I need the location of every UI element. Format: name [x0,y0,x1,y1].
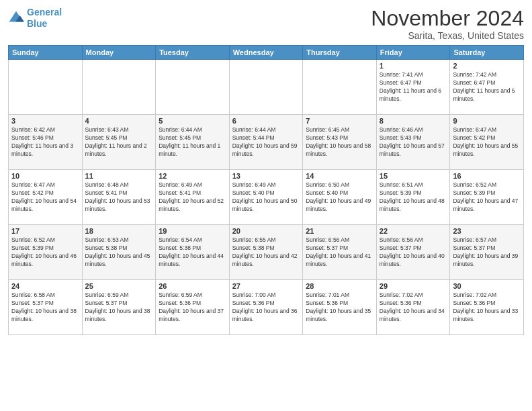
calendar-cell: 7Sunrise: 6:45 AMSunset: 5:43 PMDaylight… [303,115,377,170]
logo-line2: Blue [27,18,47,29]
day-info: Sunrise: 6:48 AMSunset: 5:41 PMDaylight:… [85,181,153,214]
day-number: 14 [306,172,373,180]
calendar-cell: 22Sunrise: 6:56 AMSunset: 5:37 PMDayligh… [376,225,450,280]
day-info: Sunrise: 6:59 AMSunset: 5:36 PMDaylight:… [159,291,226,324]
day-number: 1 [380,62,447,70]
logo-text: General Blue [27,7,62,30]
day-info: Sunrise: 6:49 AMSunset: 5:41 PMDaylight:… [159,181,226,214]
calendar-cell: 1Sunrise: 7:41 AMSunset: 6:47 PMDaylight… [376,60,450,115]
day-info: Sunrise: 7:02 AMSunset: 5:36 PMDaylight:… [380,291,447,324]
calendar-cell: 10Sunrise: 6:47 AMSunset: 5:42 PMDayligh… [9,170,83,225]
day-number: 28 [306,282,373,290]
day-info: Sunrise: 7:02 AMSunset: 5:36 PMDaylight:… [453,291,521,324]
day-number: 13 [232,172,300,180]
day-info: Sunrise: 6:42 AMSunset: 5:46 PMDaylight:… [11,126,79,158]
calendar-cell: 15Sunrise: 6:51 AMSunset: 5:39 PMDayligh… [376,170,450,225]
day-number: 22 [380,227,447,235]
day-number: 7 [306,117,373,125]
calendar-cell [229,60,303,115]
calendar-cell [82,60,156,115]
day-info: Sunrise: 6:47 AMSunset: 5:42 PMDaylight:… [453,126,521,158]
title-section: November 2024 Sarita, Texas, United Stat… [371,7,524,41]
day-number: 18 [85,227,153,235]
calendar-cell: 24Sunrise: 6:58 AMSunset: 5:37 PMDayligh… [9,280,83,335]
day-number: 4 [85,117,153,125]
calendar-week-0: 1Sunrise: 7:41 AMSunset: 6:47 PMDaylight… [9,60,524,115]
day-number: 23 [453,227,521,235]
day-info: Sunrise: 6:45 AMSunset: 5:43 PMDaylight:… [306,126,373,158]
calendar-cell: 12Sunrise: 6:49 AMSunset: 5:41 PMDayligh… [156,170,230,225]
day-number: 24 [11,282,79,290]
calendar-cell: 3Sunrise: 6:42 AMSunset: 5:46 PMDaylight… [9,115,83,170]
calendar-cell: 21Sunrise: 6:56 AMSunset: 5:37 PMDayligh… [303,225,377,280]
day-info: Sunrise: 6:57 AMSunset: 5:37 PMDaylight:… [453,236,521,269]
calendar-cell: 27Sunrise: 7:00 AMSunset: 5:36 PMDayligh… [229,280,303,335]
day-info: Sunrise: 6:52 AMSunset: 5:39 PMDaylight:… [11,236,79,269]
day-info: Sunrise: 6:49 AMSunset: 5:40 PMDaylight:… [232,181,300,214]
day-info: Sunrise: 6:58 AMSunset: 5:37 PMDaylight:… [11,291,79,324]
day-number: 30 [453,282,521,290]
day-number: 11 [85,172,153,180]
day-info: Sunrise: 6:59 AMSunset: 5:37 PMDaylight:… [85,291,153,324]
day-number: 10 [11,172,79,180]
calendar-cell: 26Sunrise: 6:59 AMSunset: 5:36 PMDayligh… [156,280,230,335]
calendar-cell: 5Sunrise: 6:44 AMSunset: 5:45 PMDaylight… [156,115,230,170]
month-title: November 2024 [371,7,524,30]
day-info: Sunrise: 6:56 AMSunset: 5:37 PMDaylight:… [380,236,447,269]
calendar-cell: 18Sunrise: 6:53 AMSunset: 5:38 PMDayligh… [82,225,156,280]
calendar-cell: 4Sunrise: 6:43 AMSunset: 5:45 PMDaylight… [82,115,156,170]
calendar-cell: 23Sunrise: 6:57 AMSunset: 5:37 PMDayligh… [450,225,524,280]
day-number: 12 [159,172,226,180]
day-number: 6 [232,117,300,125]
calendar-cell: 13Sunrise: 6:49 AMSunset: 5:40 PMDayligh… [229,170,303,225]
calendar-week-2: 10Sunrise: 6:47 AMSunset: 5:42 PMDayligh… [9,170,524,225]
logo-line1: General [27,7,62,17]
calendar-cell: 17Sunrise: 6:52 AMSunset: 5:39 PMDayligh… [9,225,83,280]
day-info: Sunrise: 7:42 AMSunset: 6:47 PMDaylight:… [453,71,521,103]
main-container: General Blue November 2024 Sarita, Texas… [0,0,532,411]
day-info: Sunrise: 6:47 AMSunset: 5:42 PMDaylight:… [11,181,79,214]
day-number: 19 [159,227,226,235]
calendar-cell: 11Sunrise: 6:48 AMSunset: 5:41 PMDayligh… [82,170,156,225]
day-info: Sunrise: 6:54 AMSunset: 5:38 PMDaylight:… [159,236,226,269]
calendar-cell: 6Sunrise: 6:44 AMSunset: 5:44 PMDaylight… [229,115,303,170]
day-number: 26 [159,282,226,290]
logo-icon [8,10,24,26]
day-info: Sunrise: 6:52 AMSunset: 5:39 PMDaylight:… [453,181,521,214]
calendar-cell: 2Sunrise: 7:42 AMSunset: 6:47 PMDaylight… [450,60,524,115]
day-number: 5 [159,117,226,125]
day-number: 25 [85,282,153,290]
calendar-cell [303,60,377,115]
calendar-table: Sunday Monday Tuesday Wednesday Thursday… [8,45,524,335]
logo: General Blue [8,7,62,30]
calendar-cell: 30Sunrise: 7:02 AMSunset: 5:36 PMDayligh… [450,280,524,335]
day-info: Sunrise: 7:41 AMSunset: 6:47 PMDaylight:… [380,71,447,103]
calendar-cell: 9Sunrise: 6:47 AMSunset: 5:42 PMDaylight… [450,115,524,170]
day-info: Sunrise: 6:44 AMSunset: 5:45 PMDaylight:… [159,126,226,158]
day-info: Sunrise: 6:55 AMSunset: 5:38 PMDaylight:… [232,236,300,269]
calendar-cell: 8Sunrise: 6:46 AMSunset: 5:43 PMDaylight… [376,115,450,170]
calendar-header-row: Sunday Monday Tuesday Wednesday Thursday… [9,46,524,60]
col-saturday: Saturday [450,46,524,60]
calendar-week-3: 17Sunrise: 6:52 AMSunset: 5:39 PMDayligh… [9,225,524,280]
day-number: 9 [453,117,521,125]
calendar-cell: 29Sunrise: 7:02 AMSunset: 5:36 PMDayligh… [376,280,450,335]
day-info: Sunrise: 6:53 AMSunset: 5:38 PMDaylight:… [85,236,153,269]
day-info: Sunrise: 6:50 AMSunset: 5:40 PMDaylight:… [306,181,373,214]
location-subtitle: Sarita, Texas, United States [371,30,524,41]
day-info: Sunrise: 7:01 AMSunset: 5:36 PMDaylight:… [306,291,373,324]
day-info: Sunrise: 6:56 AMSunset: 5:37 PMDaylight:… [306,236,373,269]
day-info: Sunrise: 6:44 AMSunset: 5:44 PMDaylight:… [232,126,300,158]
day-number: 21 [306,227,373,235]
day-number: 17 [11,227,79,235]
header: General Blue November 2024 Sarita, Texas… [8,7,524,41]
calendar-cell: 28Sunrise: 7:01 AMSunset: 5:36 PMDayligh… [303,280,377,335]
calendar-cell: 25Sunrise: 6:59 AMSunset: 5:37 PMDayligh… [82,280,156,335]
calendar-cell [9,60,83,115]
calendar-week-4: 24Sunrise: 6:58 AMSunset: 5:37 PMDayligh… [9,280,524,335]
day-info: Sunrise: 6:43 AMSunset: 5:45 PMDaylight:… [85,126,153,158]
calendar-cell: 20Sunrise: 6:55 AMSunset: 5:38 PMDayligh… [229,225,303,280]
day-number: 27 [232,282,300,290]
col-friday: Friday [376,46,450,60]
day-number: 3 [11,117,79,125]
